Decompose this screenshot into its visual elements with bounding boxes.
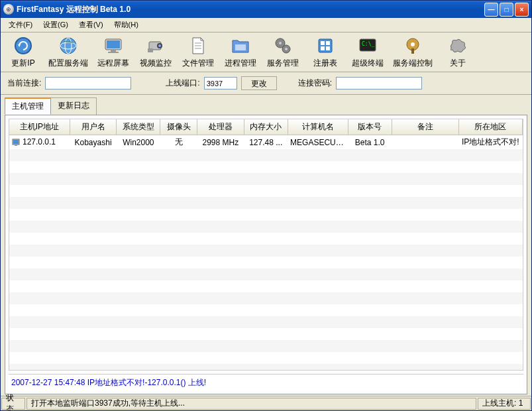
svg-rect-16 <box>235 44 246 50</box>
server-control-label: 服务端控制 <box>393 58 433 69</box>
svg-rect-8 <box>108 52 119 53</box>
col-camera[interactable]: 摄像头 <box>160 119 197 135</box>
status-bar: 状态 打开本地监听端口3937成功,等待主机上线... 上线主机: 1 <box>1 396 531 410</box>
svg-rect-25 <box>326 46 330 50</box>
toolbar: 更新IP 配置服务端 远程屏幕 视频监控 文件管理 进程管理 服务管理 注册表 … <box>1 32 531 72</box>
title-bar: ⊕ FirstFantasy 远程控制 Beta 1.0 — □ × <box>1 1 531 18</box>
port-input[interactable] <box>204 77 237 89</box>
col-location[interactable]: 所在地区 <box>458 119 522 135</box>
svg-point-0 <box>15 38 31 54</box>
password-input[interactable] <box>336 77 422 89</box>
process-manager-button[interactable]: 进程管理 <box>223 35 258 69</box>
status-label: 状态 <box>1 398 25 410</box>
cell-camera: 无 <box>160 135 197 150</box>
file-manager-button[interactable]: 文件管理 <box>181 35 215 69</box>
folder-process-icon <box>230 35 251 56</box>
control-bar: 当前连接: 上线端口: 更改 连接密码: <box>1 72 531 95</box>
host-table-container: 主机IP地址 用户名 系统类型 摄像头 处理器 内存大小 计算机名 版本号 备注… <box>9 119 523 371</box>
app-icon: ⊕ <box>3 4 14 15</box>
cell-version: Beta 1.0 <box>348 135 392 150</box>
svg-rect-33 <box>15 145 17 146</box>
svg-rect-29 <box>411 48 414 54</box>
remote-screen-label: 远程屏幕 <box>97 58 129 69</box>
col-mem[interactable]: 内存大小 <box>244 119 288 135</box>
about-button[interactable]: 关于 <box>441 35 475 69</box>
registry-icon <box>315 35 336 56</box>
status-text: 打开本地监听端口3937成功,等待主机上线... <box>27 398 476 410</box>
col-computer[interactable]: 计算机名 <box>288 119 348 135</box>
col-user[interactable]: 用户名 <box>70 119 117 135</box>
globe-icon <box>58 35 79 56</box>
remote-screen-button[interactable]: 远程屏幕 <box>96 35 131 69</box>
table-row[interactable]: 127.0.0.1 Kobayashi Win2000 无 2998 MHz 1… <box>9 135 523 150</box>
refresh-icon <box>13 35 34 56</box>
current-conn-input[interactable] <box>45 77 131 89</box>
svg-text:C:\_: C:\_ <box>362 41 374 47</box>
file-manager-label: 文件管理 <box>182 58 214 69</box>
registry-button[interactable]: 注册表 <box>308 35 343 69</box>
menu-file[interactable]: 文件(F) <box>3 19 38 31</box>
svg-point-30 <box>411 42 415 46</box>
col-version[interactable]: 版本号 <box>348 119 392 135</box>
menu-settings[interactable]: 设置(G) <box>38 19 74 31</box>
window-title: FirstFantasy 远程控制 Beta 1.0 <box>17 4 484 15</box>
content-panel: 主机IP地址 用户名 系统类型 摄像头 处理器 内存大小 计算机名 版本号 备注… <box>5 115 527 394</box>
refresh-ip-button[interactable]: 更新IP <box>6 35 40 69</box>
config-server-label: 配置服务端 <box>48 58 88 69</box>
col-os[interactable]: 系统类型 <box>117 119 160 135</box>
change-button[interactable]: 更改 <box>241 76 277 90</box>
video-monitor-button[interactable]: 视频监控 <box>138 35 173 69</box>
cell-computer: MEGASECUR... <box>288 135 348 150</box>
port-label: 上线端口: <box>166 78 199 89</box>
tab-strip: 主机管理 更新日志 <box>1 95 531 115</box>
about-label: 关于 <box>450 58 466 69</box>
tab-host-management[interactable]: 主机管理 <box>5 97 51 115</box>
cell-os: Win2000 <box>117 135 160 150</box>
cell-mem: 127.48 ... <box>244 135 288 150</box>
gears-icon <box>272 35 293 56</box>
col-cpu[interactable]: 处理器 <box>197 119 244 135</box>
super-terminal-button[interactable]: C:\_ 超级终端 <box>350 35 385 69</box>
terminal-icon: C:\_ <box>357 35 378 56</box>
svg-rect-7 <box>111 50 116 52</box>
monitor-icon <box>103 35 124 56</box>
maximize-button[interactable]: □ <box>500 3 513 17</box>
cell-user: Kobayashi <box>70 135 117 150</box>
process-manager-label: 进程管理 <box>225 58 256 69</box>
cell-ip: 127.0.0.1 <box>23 137 56 147</box>
super-terminal-label: 超级终端 <box>352 58 384 69</box>
close-button[interactable]: × <box>515 3 529 17</box>
window-controls: — □ × <box>484 3 529 17</box>
cell-location: IP地址格式不对! <box>458 135 522 150</box>
tab-update-log[interactable]: 更新日志 <box>50 97 97 115</box>
password-label: 连接密码: <box>298 78 332 89</box>
registry-label: 注册表 <box>313 58 337 69</box>
svg-rect-12 <box>148 48 153 52</box>
about-icon <box>447 35 468 56</box>
menu-help[interactable]: 帮助(H) <box>109 19 144 31</box>
refresh-ip-label: 更新IP <box>11 58 34 69</box>
svg-rect-6 <box>107 40 120 48</box>
svg-rect-22 <box>321 41 325 45</box>
server-control-button[interactable]: 服务端控制 <box>393 35 433 69</box>
svg-rect-23 <box>326 41 330 45</box>
file-icon <box>187 35 209 56</box>
current-conn-label: 当前连接: <box>7 78 41 89</box>
config-server-button[interactable]: 配置服务端 <box>48 35 88 69</box>
svg-point-18 <box>279 42 282 44</box>
minimize-button[interactable]: — <box>484 3 498 17</box>
status-online: 上线主机: 1 <box>478 398 531 410</box>
menu-bar: 文件(F) 设置(G) 查看(V) 帮助(H) <box>1 18 531 32</box>
col-note[interactable]: 备注 <box>392 119 458 135</box>
log-area: 2007-12-27 15:47:48 IP地址格式不对!-127.0.0.1(… <box>9 374 523 391</box>
svg-point-20 <box>285 48 288 50</box>
video-monitor-label: 视频监控 <box>140 58 172 69</box>
server-control-icon <box>402 35 423 56</box>
col-ip[interactable]: 主机IP地址 <box>9 119 70 135</box>
menu-view[interactable]: 查看(V) <box>74 19 109 31</box>
cell-note <box>392 135 458 150</box>
svg-rect-32 <box>13 140 19 144</box>
table-header-row: 主机IP地址 用户名 系统类型 摄像头 处理器 内存大小 计算机名 版本号 备注… <box>9 119 523 135</box>
service-manager-button[interactable]: 服务管理 <box>266 35 300 69</box>
log-line: 2007-12-27 15:47:48 IP地址格式不对!-127.0.0.1(… <box>11 378 206 387</box>
